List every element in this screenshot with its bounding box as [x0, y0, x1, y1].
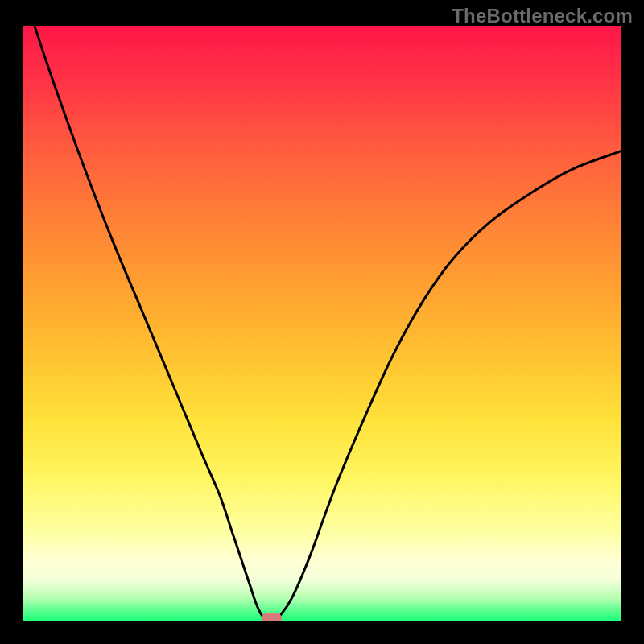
chart-container: TheBottleneck.com	[0, 0, 644, 644]
bottleneck-curve	[23, 26, 621, 621]
plot-area	[23, 26, 621, 621]
optimum-marker	[262, 613, 282, 621]
watermark: TheBottleneck.com	[452, 5, 633, 27]
